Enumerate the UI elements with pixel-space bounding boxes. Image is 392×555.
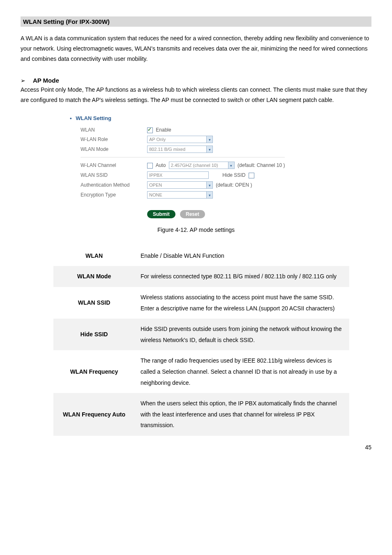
divider xyxy=(81,157,285,157)
role-label: W-LAN Role xyxy=(78,136,145,143)
row-auth: Authentication Method OPEN ▾ (default: O… xyxy=(78,181,287,189)
channel-select[interactable]: 2.457GHZ (channel 10) ▾ xyxy=(169,162,235,169)
table-row: WLAN SSIDWireless stations associating t… xyxy=(53,287,349,319)
table-key: WLAN Mode xyxy=(53,266,135,287)
description-table: WLANEnable / Disable WLAN FunctionWLAN M… xyxy=(53,245,349,436)
reset-button[interactable]: Reset xyxy=(180,210,205,218)
bullet-icon: • xyxy=(70,115,72,121)
channel-auto-text: Auto xyxy=(156,162,166,168)
channel-value: 2.457GHZ (channel 10) xyxy=(171,163,218,168)
auth-select[interactable]: OPEN ▾ xyxy=(147,181,213,189)
row-buttons: Submit Reset xyxy=(78,210,287,218)
table-key: Hide SSID xyxy=(53,319,135,350)
chevron-down-icon: ▾ xyxy=(206,192,212,198)
table-value: For wireless connected type 802.11 B/G m… xyxy=(135,266,349,287)
enc-select[interactable]: NONE ▾ xyxy=(147,191,213,199)
ap-mode-header: ➢ AP Mode xyxy=(21,77,371,84)
table-key: WLAN Frequency Auto xyxy=(53,393,135,436)
table-row: WLAN Frequency AutoWhen the users select… xyxy=(53,393,349,436)
table-row: WLAN ModeFor wireless connected type 802… xyxy=(53,266,349,287)
row-ssid: WLAN SSID IPPBX Hide SSID xyxy=(78,171,287,179)
table-value: Wireless stations associating to the acc… xyxy=(135,287,349,319)
wlan-setting-figure: • WLAN Setting WLAN Enable W-LAN Role AP… xyxy=(78,115,371,221)
chevron-down-icon: ▾ xyxy=(206,146,212,153)
channel-label: W-LAN Channel xyxy=(78,162,145,169)
submit-button[interactable]: Submit xyxy=(147,210,175,218)
ssid-label: WLAN SSID xyxy=(78,171,145,179)
wlan-label: WLAN xyxy=(78,127,145,133)
table-value: The range of radio frequencies used by I… xyxy=(135,350,349,393)
role-value: AP Only xyxy=(149,137,166,142)
enc-label: Encryption Type xyxy=(78,191,145,199)
table-value: When the users select this option, the I… xyxy=(135,393,349,436)
ap-mode-desc: Access Point only Mode, The AP functions… xyxy=(21,85,371,105)
table-row: Hide SSIDHide SSID prevents outside user… xyxy=(53,319,349,350)
ssid-value: IPPBX xyxy=(149,173,162,178)
row-channel: W-LAN Channel Auto 2.457GHZ (channel 10)… xyxy=(78,162,287,169)
chevron-down-icon: ▾ xyxy=(206,136,212,143)
mode-label: WLAN Mode xyxy=(78,146,145,153)
table-value: Enable / Disable WLAN Function xyxy=(135,245,349,266)
ap-mode-title: AP Mode xyxy=(33,77,59,84)
arrow-icon: ➢ xyxy=(21,77,25,84)
settings-form: WLAN Enable W-LAN Role AP Only ▾ WLAN Mo… xyxy=(78,125,287,221)
wlan-enable-checkbox[interactable] xyxy=(147,127,153,133)
table-row: WLANEnable / Disable WLAN Function xyxy=(53,245,349,266)
page-number: 45 xyxy=(21,444,371,451)
enc-value: NONE xyxy=(149,192,162,197)
channel-default: (default: Channel 10 ) xyxy=(238,162,285,168)
row-mode: WLAN Mode 802.11 B/G mixed ▾ xyxy=(78,146,287,153)
auth-value: OPEN xyxy=(149,183,162,187)
figure-caption: Figure 4-12. AP mode settings xyxy=(21,227,371,233)
hide-ssid-text: Hide SSID xyxy=(222,172,245,178)
mode-value: 802.11 B/G mixed xyxy=(149,147,185,152)
section-header: WLAN Setting (For IPX-300W) xyxy=(21,16,371,27)
hide-ssid-checkbox[interactable] xyxy=(249,173,254,178)
wlan-enable-text: Enable xyxy=(156,127,171,133)
chevron-down-icon: ▾ xyxy=(206,182,212,188)
table-row: WLAN FrequencyThe range of radio frequen… xyxy=(53,350,349,393)
auth-label: Authentication Method xyxy=(78,181,145,189)
role-select[interactable]: AP Only ▾ xyxy=(147,136,213,143)
auth-default: (default: OPEN ) xyxy=(216,182,252,188)
table-value: Hide SSID prevents outside users from jo… xyxy=(135,319,349,350)
row-role: W-LAN Role AP Only ▾ xyxy=(78,136,287,143)
table-key: WLAN SSID xyxy=(53,287,135,319)
table-key: WLAN Frequency xyxy=(53,350,135,393)
chevron-down-icon: ▾ xyxy=(228,162,234,169)
ssid-input[interactable]: IPPBX xyxy=(147,171,209,179)
panel-title-text: WLAN Setting xyxy=(76,115,111,121)
row-wlan: WLAN Enable xyxy=(78,127,287,133)
table-key: WLAN xyxy=(53,245,135,266)
intro-paragraph: A WLAN is a data communication system th… xyxy=(21,33,371,65)
mode-select[interactable]: 802.11 B/G mixed ▾ xyxy=(147,146,213,153)
row-enc: Encryption Type NONE ▾ xyxy=(78,191,287,199)
channel-auto-checkbox[interactable] xyxy=(147,163,153,169)
panel-title: • WLAN Setting xyxy=(70,115,371,121)
